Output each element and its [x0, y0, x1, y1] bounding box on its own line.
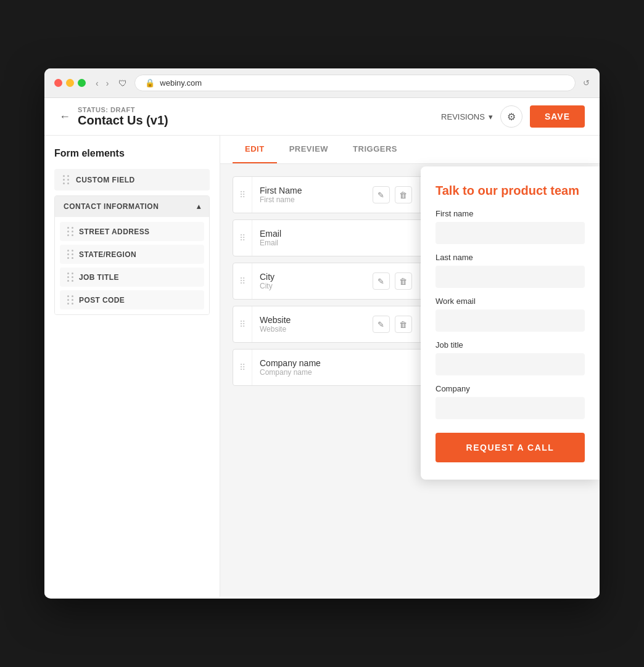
browser-chrome: ‹ › 🛡 🔒 webiny.com ↺ — [44, 68, 600, 98]
page-title: Contact Us (v1) — [78, 113, 168, 128]
drag-handle-icon — [63, 175, 70, 184]
field-actions: ✎ 🗑 — [373, 272, 412, 290]
preview-input-company[interactable] — [436, 397, 585, 419]
preview-field-group-jobtitle: Job title — [436, 340, 585, 375]
job-title-label: JOB TITLE — [79, 273, 119, 282]
form-field-cell: City City ✎ 🗑 — [252, 263, 419, 299]
request-call-button[interactable]: REQUEST A CALL — [436, 433, 585, 462]
gear-icon: ⚙ — [507, 111, 516, 123]
drag-handle-icon — [67, 295, 74, 305]
back-arrow-icon[interactable]: ‹ — [93, 77, 101, 89]
custom-field-label: CUSTOM FIELD — [76, 176, 135, 184]
post-code-label: POST CODE — [79, 296, 125, 305]
sidebar-title: Form elements — [54, 148, 210, 159]
minimize-button[interactable] — [66, 79, 74, 87]
collapse-icon: ▴ — [197, 202, 201, 211]
field-placeholder: City — [260, 282, 275, 290]
row-drag-handle[interactable]: ⠿ — [233, 177, 252, 213]
delete-field-button[interactable]: 🗑 — [395, 186, 412, 203]
field-info: City City — [260, 272, 275, 290]
tab-preview[interactable]: PREVIEW — [277, 136, 341, 163]
header-right: REVISIONS ▾ ⚙ SAVE — [441, 105, 585, 128]
preview-input-jobtitle[interactable] — [436, 353, 585, 375]
field-info: First Name First name — [260, 186, 302, 204]
preview-label: Work email — [436, 297, 585, 306]
status-label: STATUS: DRAFT — [78, 106, 168, 113]
form-field-cell: Website Website ✎ 🗑 — [252, 306, 419, 342]
drag-handle-icon — [67, 272, 74, 282]
shield-icon: 🛡 — [118, 78, 127, 88]
preview-input-lastname[interactable] — [436, 266, 585, 288]
page-title-block: STATUS: DRAFT Contact Us (v1) — [78, 106, 168, 128]
preview-input-firstname[interactable] — [436, 222, 585, 244]
contact-info-label: CONTACT INFORMATION — [64, 202, 159, 211]
browser-window: ‹ › 🛡 🔒 webiny.com ↺ ← STATUS: DRAFT Con… — [44, 68, 600, 599]
chevron-down-icon: ▾ — [489, 112, 493, 121]
preview-field-group-company: Company — [436, 384, 585, 419]
field-placeholder: Website — [260, 325, 291, 334]
field-info: Email Email — [260, 229, 281, 247]
drag-handle-icon — [67, 227, 74, 236]
address-bar[interactable]: 🔒 webiny.com — [134, 75, 576, 91]
tab-edit[interactable]: EDIT — [233, 136, 277, 163]
preview-label: Job title — [436, 340, 585, 350]
contact-info-section: CONTACT INFORMATION ▴ STREET ADDRESS — [54, 195, 210, 315]
sidebar-item-custom-field[interactable]: CUSTOM FIELD — [54, 169, 210, 190]
lock-icon: 🔒 — [145, 78, 155, 88]
row-drag-handle[interactable]: ⠿ — [233, 350, 252, 385]
sidebar-item-state-region[interactable]: STATE/REGION — [60, 245, 204, 264]
field-name: First Name — [260, 186, 302, 195]
edit-field-button[interactable]: ✎ — [373, 272, 390, 290]
preview-label: Last name — [436, 253, 585, 262]
row-drag-handle[interactable]: ⠿ — [233, 220, 252, 256]
close-button[interactable] — [54, 79, 62, 87]
settings-button[interactable]: ⚙ — [500, 105, 522, 128]
edit-field-button[interactable]: ✎ — [373, 186, 390, 203]
delete-field-button[interactable]: 🗑 — [395, 316, 412, 333]
preview-label: Company — [436, 384, 585, 393]
sidebar-item-job-title[interactable]: JOB TITLE — [60, 268, 204, 287]
field-name: City — [260, 272, 275, 282]
contact-info-header[interactable]: CONTACT INFORMATION ▴ — [55, 196, 209, 217]
preview-title: Talk to our product team — [436, 184, 585, 198]
field-name: Website — [260, 315, 291, 325]
preview-field-group-email: Work email — [436, 297, 585, 332]
maximize-button[interactable] — [78, 79, 86, 87]
form-field-cell: First Name First name ✎ 🗑 — [252, 177, 419, 213]
field-info: Company name Company name — [260, 358, 321, 377]
save-button[interactable]: SAVE — [530, 105, 585, 128]
revisions-button[interactable]: REVISIONS ▾ — [441, 112, 493, 121]
preview-field-group-lastname: Last name — [436, 253, 585, 288]
row-drag-handle[interactable]: ⠿ — [233, 306, 252, 342]
app-header: ← STATUS: DRAFT Contact Us (v1) REVISION… — [44, 98, 600, 136]
field-placeholder: Email — [260, 239, 281, 247]
preview-panel: Talk to our product team First name Last… — [421, 166, 600, 480]
field-info: Website Website — [260, 315, 291, 334]
header-left: ← STATUS: DRAFT Contact Us (v1) — [59, 106, 168, 128]
field-actions: ✎ 🗑 — [373, 186, 412, 203]
back-button[interactable]: ← — [59, 110, 70, 123]
field-placeholder: Company name — [260, 368, 321, 377]
preview-field-group-firstname: First name — [436, 209, 585, 244]
edit-field-button[interactable]: ✎ — [373, 316, 390, 333]
row-drag-handle[interactable]: ⠿ — [233, 263, 252, 299]
revisions-label: REVISIONS — [441, 112, 485, 121]
sidebar: Form elements CUSTOM FIELD CONTACT INFOR… — [44, 136, 220, 597]
tab-triggers[interactable]: TRIGGERS — [341, 136, 410, 163]
sidebar-item-post-code[interactable]: POST CODE — [60, 290, 204, 309]
editor-area: EDIT PREVIEW TRIGGERS ⠿ First Name First… — [220, 136, 600, 597]
field-name: Email — [260, 229, 281, 239]
delete-field-button[interactable]: 🗑 — [395, 272, 412, 290]
sidebar-item-street-address[interactable]: STREET ADDRESS — [60, 222, 204, 241]
contact-info-items: STREET ADDRESS STATE/REGION — [55, 217, 209, 314]
url-text: webiny.com — [160, 78, 202, 88]
state-region-label: STATE/REGION — [79, 250, 136, 259]
street-address-label: STREET ADDRESS — [79, 227, 150, 236]
reload-icon[interactable]: ↺ — [583, 78, 590, 88]
drag-handle-icon — [67, 250, 74, 259]
field-placeholder: First name — [260, 195, 302, 204]
forward-arrow-icon[interactable]: › — [104, 77, 112, 89]
preview-input-email[interactable] — [436, 309, 585, 332]
main-content: Form elements CUSTOM FIELD CONTACT INFOR… — [44, 136, 600, 597]
traffic-lights — [54, 79, 86, 87]
